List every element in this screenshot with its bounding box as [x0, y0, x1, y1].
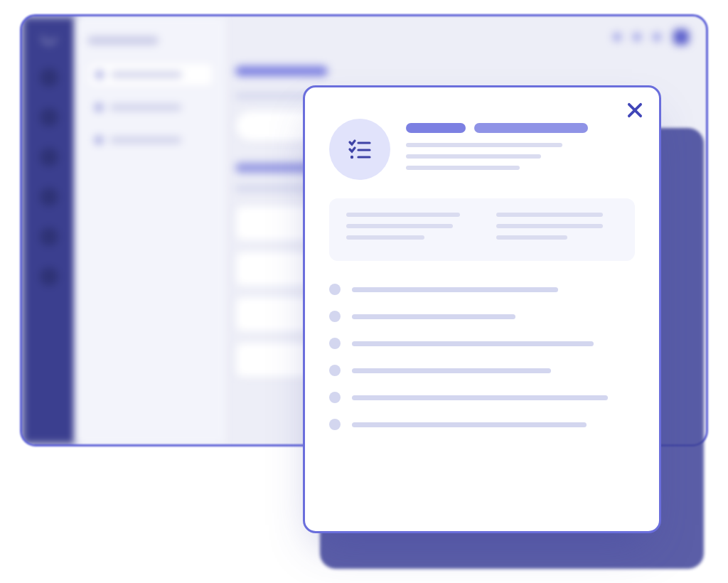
rail-item[interactable]: [40, 228, 58, 246]
modal-title-block: [406, 119, 635, 177]
text-line: [496, 235, 567, 240]
checklist-item-label: [352, 368, 551, 373]
svg-point-2: [350, 156, 353, 159]
dot-icon: [95, 70, 104, 79]
rail-item[interactable]: [40, 148, 58, 166]
sidebar-item[interactable]: [87, 95, 214, 120]
sidebar-item-label: [111, 72, 182, 77]
checklist-item[interactable]: [329, 311, 635, 322]
topbar-action-dot[interactable]: [633, 33, 641, 41]
sidebar-item-label: [110, 137, 181, 143]
bullet-icon: [329, 365, 341, 376]
checklist-item[interactable]: [329, 392, 635, 403]
checklist-item[interactable]: [329, 338, 635, 349]
bullet-icon: [329, 284, 341, 295]
close-icon: [625, 100, 645, 120]
checklist-item[interactable]: [329, 419, 635, 430]
text-line: [406, 143, 562, 147]
topbar-action-dot[interactable]: [653, 33, 660, 41]
rail-item[interactable]: [40, 267, 58, 286]
text-line: [346, 235, 424, 240]
text-line: [406, 166, 520, 170]
modal-subtitle: [474, 123, 588, 133]
close-button[interactable]: [625, 100, 645, 120]
logo-icon: ◡: [39, 24, 58, 48]
checklist-item-label: [352, 314, 515, 319]
checklist-item-label: [352, 422, 587, 427]
avatar[interactable]: [673, 29, 689, 45]
bullet-icon: [329, 311, 341, 322]
checklist-item-label: [352, 395, 608, 400]
sidebar-item-label: [110, 105, 181, 110]
checklist: [329, 284, 635, 430]
dot-icon: [95, 136, 103, 144]
checklist-item[interactable]: [329, 365, 635, 376]
section-heading: [235, 66, 328, 76]
dot-icon: [95, 103, 103, 112]
sidebar: [76, 16, 225, 444]
rail-item[interactable]: [40, 108, 58, 127]
checklist-item-label: [352, 287, 558, 292]
bullet-icon: [329, 392, 341, 403]
text-line: [496, 213, 603, 217]
checklist-item[interactable]: [329, 284, 635, 295]
topbar-action-dot[interactable]: [614, 33, 621, 41]
text-line: [496, 224, 603, 228]
checklist-icon: [329, 119, 390, 180]
text-line: [346, 224, 453, 228]
info-column-right: [496, 213, 618, 247]
modal-dialog: [303, 85, 661, 533]
info-box: [329, 198, 635, 261]
text-line: [346, 213, 460, 217]
sidebar-item[interactable]: [87, 62, 214, 87]
modal-header: [329, 119, 635, 180]
nav-rail: ◡: [22, 16, 76, 444]
bullet-icon: [329, 419, 341, 430]
rail-item[interactable]: [40, 68, 58, 87]
checklist-item-label: [352, 341, 594, 346]
topbar: [614, 29, 689, 45]
sidebar-item[interactable]: [87, 127, 214, 153]
modal-title: [406, 123, 466, 133]
sidebar-heading: [87, 36, 159, 45]
info-column-left: [346, 213, 468, 247]
text-line: [406, 154, 541, 159]
bullet-icon: [329, 338, 341, 349]
rail-item[interactable]: [40, 188, 58, 206]
